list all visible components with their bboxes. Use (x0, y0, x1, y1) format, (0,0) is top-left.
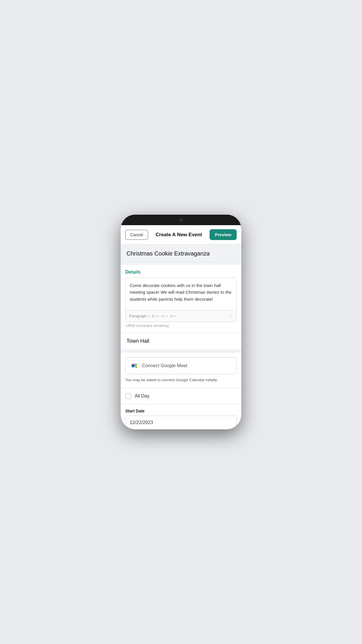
google-meet-section: Connect Google Meet You may be asked to … (121, 352, 241, 388)
char-count: 14858 characters remaining (125, 322, 237, 328)
line-height-group[interactable]: ≡↕ ▾ (161, 314, 168, 318)
details-box: Come decorate cookies with us in the tow… (125, 278, 237, 322)
location-input[interactable]: Town Hall (126, 338, 236, 344)
line-height-chevron-icon: ▾ (166, 314, 168, 318)
line-height-icon: ≡↕ (161, 314, 166, 318)
details-label: Details (125, 270, 237, 275)
toolbar-more-button[interactable]: ⋮ (228, 313, 233, 319)
start-date-section: Start Date 12/22/2023 (121, 404, 241, 430)
text-color-group[interactable]: A ▾ (170, 314, 175, 318)
event-title-section: Christmas Cookie Extravaganza (121, 244, 241, 262)
phone-shell: Cancel Create A New Event Preview Christ… (121, 215, 241, 429)
start-date-input[interactable]: 12/22/2023 (125, 416, 237, 430)
text-color-chevron-icon: ▾ (174, 314, 175, 318)
paragraph-chevron-icon: ▾ (148, 314, 150, 318)
details-section: Details Come decorate cookies with us in… (121, 265, 241, 332)
google-meet-note: You may be asked to connect Google Calen… (125, 377, 237, 383)
details-textarea[interactable]: Come decorate cookies with us in the tow… (126, 278, 236, 310)
font-size-icon: A↕ (152, 314, 157, 318)
all-day-label: All Day (135, 393, 150, 399)
camera-icon (179, 218, 183, 222)
page-header: Cancel Create A New Event Preview (121, 225, 241, 244)
connect-google-meet-button[interactable]: Connect Google Meet (125, 357, 237, 374)
all-day-checkbox[interactable] (125, 393, 131, 399)
font-size-chevron-icon: ▾ (157, 314, 159, 318)
all-day-section: All Day (121, 388, 241, 404)
preview-button[interactable]: Preview (210, 229, 237, 240)
paragraph-dropdown[interactable]: Paragraph ▾ (129, 314, 150, 318)
google-meet-icon (130, 362, 138, 370)
location-section: Town Hall (121, 332, 241, 349)
cancel-button[interactable]: Cancel (125, 230, 148, 240)
details-toolbar: Paragraph ▾ A↕ ▾ ≡↕ ▾ A ▾ ⋮ (126, 310, 236, 322)
connect-meet-label: Connect Google Meet (142, 363, 187, 368)
page-title: Create A New Event (156, 232, 202, 238)
phone-screen: Cancel Create A New Event Preview Christ… (121, 225, 241, 429)
font-size-group[interactable]: A↕ ▾ (152, 314, 159, 318)
phone-notch (121, 215, 241, 225)
start-date-label: Start Date (125, 409, 237, 413)
paragraph-label: Paragraph (129, 314, 147, 318)
text-color-icon: A (170, 314, 173, 318)
event-title-input[interactable]: Christmas Cookie Extravaganza (126, 250, 236, 257)
